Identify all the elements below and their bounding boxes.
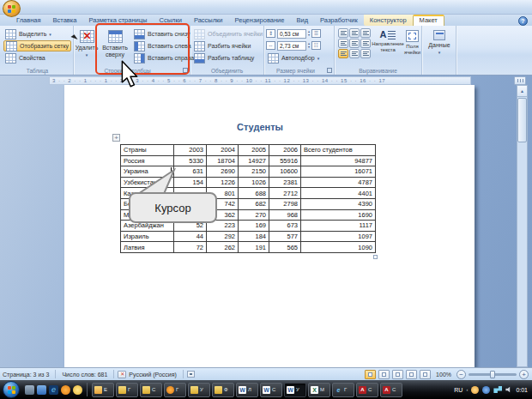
tab-view[interactable]: Вид [290,15,314,26]
align-center-right-button[interactable] [360,39,371,48]
table-cell[interactable]: 16071 [301,166,376,178]
taskbar-button-folder[interactable]: Г [116,383,138,397]
table-cell[interactable]: 1690 [301,209,376,221]
tab-references[interactable]: Ссылки [153,15,187,26]
table-cell[interactable]: 4401 [301,188,376,199]
table-header-cell[interactable]: Страны [121,145,174,156]
table-cell[interactable]: 673 [269,221,301,232]
taskbar-button-word[interactable]: WЛ [236,383,258,397]
tray-app-icon-1[interactable] [471,386,479,394]
merge-cells-button[interactable]: Объединить ячейки [192,28,264,39]
align-bottom-right-button[interactable] [360,49,371,58]
table-cell[interactable]: Израиль [121,231,174,242]
document-page[interactable]: Студенты + Страны2003200420052006Всего с… [64,85,475,367]
table-cell[interactable]: 2381 [269,177,301,188]
messenger-icon[interactable] [73,385,82,395]
table-cell[interactable]: 1026 [239,177,269,188]
table-cell[interactable]: 14927 [239,155,269,166]
insert-right-button[interactable]: Вставить справа [132,52,196,63]
table-cell[interactable]: 4787 [301,177,376,188]
page-indicator[interactable]: Страница: 3 из 3 [0,372,51,378]
split-cells-button[interactable]: Разбить ячейки [192,40,252,51]
tab-page-layout[interactable]: Разметка страницы [82,15,153,26]
align-top-center-button[interactable] [349,28,360,38]
volume-icon[interactable] [505,386,512,393]
table-cell[interactable]: 18704 [207,155,239,166]
table-cell[interactable]: Латвия [121,242,174,253]
align-center-button[interactable] [349,39,360,48]
table-cell[interactable]: 2712 [269,188,301,199]
taskbar-button-wmp[interactable]: Г [164,383,186,397]
table-cell[interactable]: Украина [121,166,174,178]
align-center-left-button[interactable] [338,39,348,48]
row-height-stepper[interactable]: ▴▾ [308,30,310,37]
web-layout-view-button[interactable] [392,370,403,379]
table-cell[interactable]: 1226 [207,177,239,188]
text-direction-button[interactable]: A Направление текста [372,28,403,71]
taskbar-button-folder[interactable]: Ф [212,383,234,397]
table-resize-handle[interactable] [373,255,378,259]
table-cell[interactable]: 292 [207,231,239,242]
table-cell[interactable]: 44 [174,231,207,242]
table-cell[interactable]: 169 [239,221,269,232]
table-cell[interactable]: Россия [121,155,174,166]
table-header-cell[interactable]: Всего студентов [301,145,376,156]
zoom-level[interactable]: 100% [433,372,454,378]
print-layout-view-button[interactable] [365,370,376,379]
tab-mailings[interactable]: Рассылки [188,15,229,26]
tab-developer[interactable]: Разработчик [314,15,364,26]
table-cell[interactable]: 688 [239,188,269,199]
insert-left-button[interactable]: Вставить слева [132,40,193,51]
spellcheck-icon[interactable] [118,371,126,378]
insert-below-button[interactable]: Вставить снизу [132,28,192,39]
table-cell[interactable]: 2690 [207,166,239,178]
align-top-right-button[interactable] [360,28,371,38]
macro-record-icon[interactable] [187,371,195,378]
table-cell[interactable]: 262 [207,242,239,253]
table-header-cell[interactable]: 2006 [269,145,301,156]
outline-view-button[interactable] [406,370,417,379]
split-table-button[interactable]: Разбить таблицу [192,52,256,63]
tray-expand-icon[interactable]: ‹ [466,387,468,392]
tray-app-icon-2[interactable] [482,386,490,394]
select-button[interactable]: Выделить▾ [3,28,75,39]
table-cell[interactable]: 10600 [269,166,301,178]
tab-insert[interactable]: Вставка [47,15,83,26]
table-cell[interactable]: 2150 [239,166,269,178]
table-cell[interactable]: 1097 [301,231,376,242]
taskbar-button-acrobat[interactable]: AС [380,383,402,397]
zoom-slider-thumb[interactable] [490,371,495,378]
taskbar-button-folder[interactable]: У [188,383,210,397]
table-cell[interactable]: 72 [174,242,207,253]
column-width-input[interactable]: 2,73 см [277,41,306,51]
table-cell[interactable]: 631 [174,166,207,178]
table-cell[interactable]: 55916 [269,155,301,166]
table-header-cell[interactable]: 2003 [174,145,207,156]
office-button[interactable] [3,0,21,17]
table-header-cell[interactable]: 2004 [207,145,239,156]
zoom-in-button[interactable]: + [519,370,529,379]
table-header-cell[interactable]: 2005 [239,145,269,156]
start-button[interactable] [3,381,20,398]
taskbar-button-ie[interactable]: eГ [332,383,354,397]
show-gridlines-button[interactable]: Отобразить сетку [3,40,71,51]
scroll-up-icon[interactable]: ▲ [517,86,527,97]
table-cell[interactable]: 94877 [301,155,376,166]
table-cell[interactable]: 270 [239,209,269,221]
align-top-left-button[interactable] [338,28,348,38]
table-cell[interactable]: 184 [239,231,269,242]
table-properties-button[interactable]: Свойства [3,52,47,63]
column-width-stepper[interactable]: ▴▾ [308,42,310,49]
zoom-slider[interactable] [469,373,517,376]
internet-explorer-icon[interactable]: e [49,385,58,395]
align-bottom-left-button[interactable] [338,49,348,58]
rows-columns-dialog-launcher-icon[interactable] [183,68,188,73]
cell-margins-button[interactable]: Поля ячейки [403,28,421,71]
table-cell[interactable]: 968 [269,209,301,221]
fullscreen-view-button[interactable] [378,370,390,379]
taskbar-clock[interactable]: 0:01 [516,387,528,393]
network-icon[interactable] [493,386,502,393]
table-cell[interactable]: 565 [269,242,301,253]
table-move-handle-icon[interactable]: + [112,134,120,142]
ruler-toggle-button[interactable] [514,76,526,85]
